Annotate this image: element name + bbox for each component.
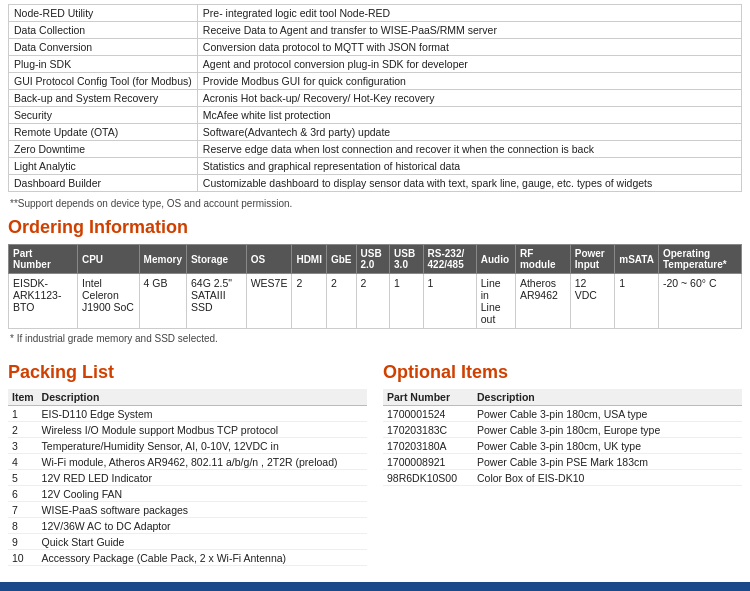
feature-row: Back-up and System RecoveryAcronis Hot b…	[9, 90, 742, 107]
packing-item-desc: Quick Start Guide	[38, 534, 367, 550]
optional-row: 1700001524Power Cable 3-pin 180cm, USA t…	[383, 406, 742, 422]
optional-item-desc: Color Box of EIS-DK10	[473, 470, 742, 486]
ordering-heading: Ordering Information	[8, 217, 742, 238]
optional-item-desc: Power Cable 3-pin 180cm, UK type	[473, 438, 742, 454]
feature-name: Data Collection	[9, 22, 198, 39]
packing-item-num: 1	[8, 406, 38, 422]
ordering-col-header: Power Input	[570, 245, 615, 274]
footer: Online Download www.advantech.com/produc…	[0, 582, 750, 591]
packing-row: 7WISE-PaaS software packages	[8, 502, 367, 518]
packing-item-desc: 12V/36W AC to DC Adaptor	[38, 518, 367, 534]
ordering-col-header: GbE	[326, 245, 356, 274]
optional-row: 170203183CPower Cable 3-pin 180cm, Europ…	[383, 422, 742, 438]
features-table: Node-RED UtilityPre- integrated logic ed…	[8, 4, 742, 192]
packing-row: 4Wi-Fi module, Atheros AR9462, 802.11 a/…	[8, 454, 367, 470]
ordering-col-header: OS	[246, 245, 292, 274]
packing-row: 9Quick Start Guide	[8, 534, 367, 550]
optional-row: 98R6DK10S00Color Box of EIS-DK10	[383, 470, 742, 486]
packing-item-num: 4	[8, 454, 38, 470]
optional-part-num: 1700008921	[383, 454, 473, 470]
optional-item-desc: Power Cable 3-pin PSE Mark 183cm	[473, 454, 742, 470]
feature-name: Dashboard Builder	[9, 175, 198, 192]
packing-row: 812V/36W AC to DC Adaptor	[8, 518, 367, 534]
optional-row: 1700008921Power Cable 3-pin PSE Mark 183…	[383, 454, 742, 470]
ordering-col-header: RF module	[515, 245, 570, 274]
feature-name: Security	[9, 107, 198, 124]
ordering-col-header: HDMI	[292, 245, 327, 274]
feature-row: Plug-in SDKAgent and protocol conversion…	[9, 56, 742, 73]
ordering-table: Part NumberCPUMemoryStorageOSHDMIGbEUSB …	[8, 244, 742, 329]
packing-item-num: 6	[8, 486, 38, 502]
ordering-cell: 64G 2.5" SATAIII SSD	[186, 274, 246, 329]
packing-item-num: 7	[8, 502, 38, 518]
opt-col-desc: Description	[473, 389, 742, 406]
feature-desc: Acronis Hot back-up/ Recovery/ Hot-Key r…	[197, 90, 741, 107]
feature-name: Plug-in SDK	[9, 56, 198, 73]
ordering-cell: 1	[615, 274, 659, 329]
ordering-cell: WES7E	[246, 274, 292, 329]
feature-row: Data ConversionConversion data protocol …	[9, 39, 742, 56]
ordering-cell: 1	[423, 274, 476, 329]
optional-row: 170203180APower Cable 3-pin 180cm, UK ty…	[383, 438, 742, 454]
feature-row: Remote Update (OTA)Software(Advantech & …	[9, 124, 742, 141]
ordering-cell: 4 GB	[139, 274, 186, 329]
feature-name: Node-RED Utility	[9, 5, 198, 22]
packing-row: 512V RED LED Indicator	[8, 470, 367, 486]
feature-row: Light AnalyticStatistics and graphical r…	[9, 158, 742, 175]
ordering-cell: 2	[292, 274, 327, 329]
packing-item-desc: Accessory Package (Cable Pack, 2 x Wi-Fi…	[38, 550, 367, 566]
feature-desc: Software(Advantech & 3rd party) update	[197, 124, 741, 141]
feature-desc: Pre- integrated logic edit tool Node-RED	[197, 5, 741, 22]
packing-item-desc: EIS-D110 Edge System	[38, 406, 367, 422]
ordering-cell: -20 ~ 60° C	[658, 274, 741, 329]
packing-row: 612V Cooling FAN	[8, 486, 367, 502]
optional-item-desc: Power Cable 3-pin 180cm, Europe type	[473, 422, 742, 438]
feature-row: SecurityMcAfee white list protection	[9, 107, 742, 124]
feature-row: Zero DowntimeReserve edge data when lost…	[9, 141, 742, 158]
packing-item-num: 10	[8, 550, 38, 566]
ordering-col-header: Operating Temperature*	[658, 245, 741, 274]
feature-desc: Conversion data protocol to MQTT with JS…	[197, 39, 741, 56]
feature-name: Light Analytic	[9, 158, 198, 175]
ordering-cell: Line in Line out	[476, 274, 515, 329]
optional-table: Part Number Description 1700001524Power …	[383, 389, 742, 486]
ordering-cell: 12 VDC	[570, 274, 615, 329]
packing-row: 3Temperature/Humidity Sensor, AI, 0-10V,…	[8, 438, 367, 454]
optional-item-desc: Power Cable 3-pin 180cm, USA type	[473, 406, 742, 422]
packing-item-num: 2	[8, 422, 38, 438]
ordering-cell: 2	[356, 274, 390, 329]
feature-row: Node-RED UtilityPre- integrated logic ed…	[9, 5, 742, 22]
feature-name: GUI Protocol Config Tool (for Modbus)	[9, 73, 198, 90]
ordering-cell: 1	[390, 274, 424, 329]
ordering-row: EISDK-ARK1123-BTOIntel Celeron J1900 SoC…	[9, 274, 742, 329]
feature-desc: Agent and protocol conversion plug-in SD…	[197, 56, 741, 73]
feature-desc: Reserve edge data when lost connection a…	[197, 141, 741, 158]
ordering-col-header: Memory	[139, 245, 186, 274]
feature-desc: Receive Data to Agent and transfer to WI…	[197, 22, 741, 39]
feature-name: Back-up and System Recovery	[9, 90, 198, 107]
packing-item-num: 8	[8, 518, 38, 534]
ordering-cell: 2	[326, 274, 356, 329]
packing-row: 2Wireless I/O Module support Modbus TCP …	[8, 422, 367, 438]
pack-col-desc: Description	[38, 389, 367, 406]
ordering-col-header: RS-232/ 422/485	[423, 245, 476, 274]
ordering-col-header: Part Number	[9, 245, 78, 274]
feature-name: Data Conversion	[9, 39, 198, 56]
packing-item-desc: Wi-Fi module, Atheros AR9462, 802.11 a/b…	[38, 454, 367, 470]
feature-row: Dashboard BuilderCustomizable dashboard …	[9, 175, 742, 192]
optional-part-num: 98R6DK10S00	[383, 470, 473, 486]
ordering-col-header: CPU	[77, 245, 139, 274]
feature-desc: McAfee white list protection	[197, 107, 741, 124]
feature-name: Zero Downtime	[9, 141, 198, 158]
ordering-cell: Atheros AR9462	[515, 274, 570, 329]
feature-row: Data CollectionReceive Data to Agent and…	[9, 22, 742, 39]
packing-item-num: 5	[8, 470, 38, 486]
packing-item-desc: 12V Cooling FAN	[38, 486, 367, 502]
ordering-note: * If industrial grade memory and SSD sel…	[8, 333, 742, 344]
ordering-col-header: mSATA	[615, 245, 659, 274]
feature-desc: Provide Modbus GUI for quick configurati…	[197, 73, 741, 90]
packing-item-desc: 12V RED LED Indicator	[38, 470, 367, 486]
packing-row: 10Accessory Package (Cable Pack, 2 x Wi-…	[8, 550, 367, 566]
ordering-col-header: Storage	[186, 245, 246, 274]
support-note: **Support depends on device type, OS and…	[8, 198, 742, 209]
